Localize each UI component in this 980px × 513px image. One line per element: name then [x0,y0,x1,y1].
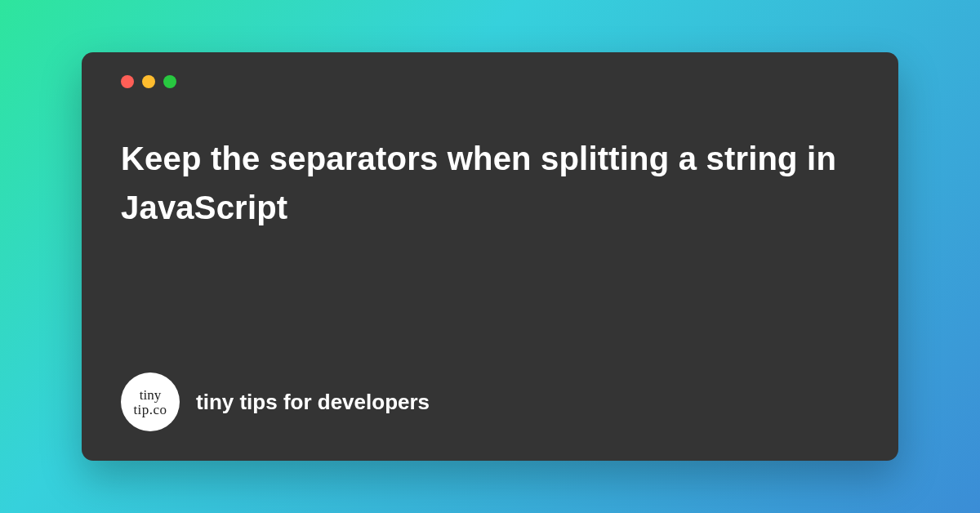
card-window: Keep the separators when splitting a str… [82,52,898,461]
brand-logo: tiny tip.co [121,372,180,431]
brand-tagline: tiny tips for developers [196,390,430,415]
maximize-icon [163,75,176,88]
card-title: Keep the separators when splitting a str… [121,134,859,232]
minimize-icon [142,75,155,88]
logo-text-line2: tip.co [133,403,167,417]
logo-text-line1: tiny [140,388,161,403]
card-footer: tiny tip.co tiny tips for developers [121,372,859,431]
window-controls [121,75,859,88]
close-icon [121,75,134,88]
